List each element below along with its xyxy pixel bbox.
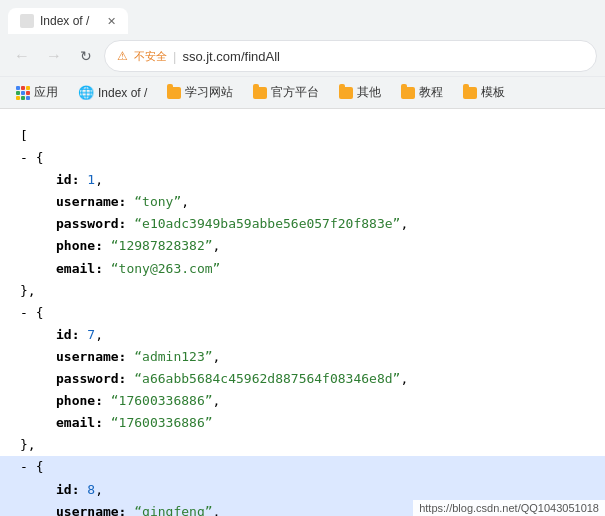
folder-icon — [463, 87, 477, 99]
back-button[interactable]: ← — [8, 42, 36, 70]
username-line: username: “tony”, — [56, 191, 585, 213]
bookmark-other-label: 其他 — [357, 84, 381, 101]
bookmark-apps[interactable]: 应用 — [8, 81, 66, 104]
id-line: id: 1, — [56, 169, 585, 191]
email-line: email: “tony@263.com” — [56, 258, 585, 280]
refresh-button[interactable]: ↻ — [72, 42, 100, 70]
nav-bar: ← → ↻ ⚠ 不安全 | sso.jt.com/findAll — [0, 36, 605, 76]
bookmark-template-label: 模板 — [481, 84, 505, 101]
email-line: email: “17600336886” — [56, 412, 585, 434]
folder-icon — [167, 87, 181, 99]
bookmark-official[interactable]: 官方平台 — [245, 81, 327, 104]
id-line: id: 7, — [56, 324, 585, 346]
close-brace: }, — [20, 283, 36, 298]
id-line: id: 8, — [56, 479, 585, 501]
browser-chrome: Index of / ✕ ← → ↻ ⚠ 不安全 | sso.jt.com/fi… — [0, 0, 605, 109]
page-content: [ - { id: 1, username: “tony”, password:… — [0, 109, 605, 516]
tab-title: Index of / — [40, 14, 89, 28]
record-block: - { id: 7, username: “admin123”, passwor… — [20, 302, 585, 457]
apps-icon — [16, 86, 30, 100]
phone-line: phone: “17600336886”, — [56, 390, 585, 412]
records-container: - { id: 1, username: “tony”, password: “… — [20, 147, 585, 516]
address-bar[interactable]: ⚠ 不安全 | sso.jt.com/findAll — [104, 40, 597, 72]
bookmark-tutorial-label: 教程 — [419, 84, 443, 101]
tab-favicon — [20, 14, 34, 28]
forward-button[interactable]: → — [40, 42, 68, 70]
bookmark-other[interactable]: 其他 — [331, 81, 389, 104]
phone-line: phone: “12987828382”, — [56, 235, 585, 257]
globe-icon: 🌐 — [78, 85, 94, 100]
footer-url: https://blog.csdn.net/QQ1043051018 — [419, 502, 599, 514]
bookmark-index[interactable]: 🌐 Index of / — [70, 82, 155, 103]
security-warning-text: 不安全 — [134, 49, 167, 64]
lock-icon: ⚠ — [117, 49, 128, 63]
bookmark-study[interactable]: 学习网站 — [159, 81, 241, 104]
password-line: password: “e10adc3949ba59abbe56e057f20f8… — [56, 213, 585, 235]
tab-bar: Index of / ✕ — [0, 0, 605, 36]
password-line: password: “a66abb5684c45962d887564f08346… — [56, 368, 585, 390]
close-brace: }, — [20, 437, 36, 452]
bookmark-study-label: 学习网站 — [185, 84, 233, 101]
bookmark-tutorial[interactable]: 教程 — [393, 81, 451, 104]
dash-open: - { — [20, 150, 43, 165]
folder-icon — [339, 87, 353, 99]
dash-open: - { — [20, 459, 43, 474]
separator: | — [173, 49, 176, 64]
opening-bracket: [ — [20, 128, 28, 143]
folder-icon — [253, 87, 267, 99]
username-line: username: “admin123”, — [56, 346, 585, 368]
bookmark-template[interactable]: 模板 — [455, 81, 513, 104]
bookmark-apps-label: 应用 — [34, 84, 58, 101]
active-tab[interactable]: Index of / ✕ — [8, 8, 128, 34]
tab-close-button[interactable]: ✕ — [107, 15, 116, 28]
bookmark-index-label: Index of / — [98, 86, 147, 100]
bookmark-official-label: 官方平台 — [271, 84, 319, 101]
folder-icon — [401, 87, 415, 99]
footer-bar: https://blog.csdn.net/QQ1043051018 — [413, 500, 605, 516]
dash-open: - { — [20, 305, 43, 320]
url-text: sso.jt.com/findAll — [182, 49, 280, 64]
bookmarks-bar: 应用 🌐 Index of / 学习网站 官方平台 其他 教程 模板 — [0, 76, 605, 108]
record-block: - { id: 1, username: “tony”, password: “… — [20, 147, 585, 302]
